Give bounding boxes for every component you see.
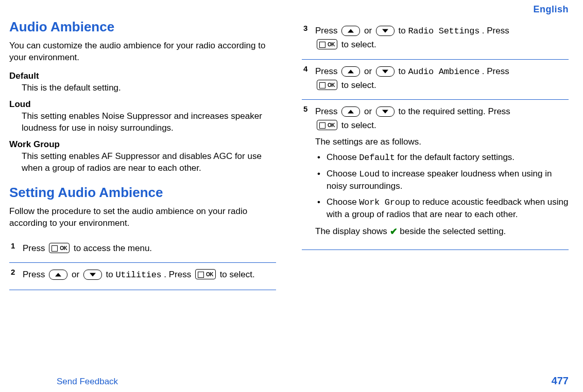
menu-utilities: Utilities (115, 270, 161, 280)
step-5: 5 Press or to the required setting. Pres… (302, 99, 569, 250)
ok-button-icon (49, 243, 70, 253)
mode-workgroup-desc: This setting enables AF Suppressor and d… (22, 151, 276, 174)
step-2-text-tail: to select. (220, 270, 255, 279)
checkmark-icon: ✔ (390, 225, 398, 239)
mode-default-term: Default (9, 71, 276, 81)
audio-ambience-heading: Audio Ambience (9, 19, 276, 35)
step-3-text-or: or (364, 26, 374, 35)
right-column: 3 Press or to Radio Settings . Press to … (302, 19, 569, 290)
mode-workgroup-term: Work Group (9, 139, 276, 150)
step-5-text-tail: to select. (341, 120, 376, 130)
step-1: 1 Press to access the menu. (9, 237, 276, 262)
audio-ambience-intro: You can customize the audio ambience for… (9, 40, 276, 64)
step-5-text-or: or (364, 106, 374, 116)
step-4-text-a: Press (315, 66, 340, 76)
bullet-pre: Choose (327, 152, 359, 162)
two-column-layout: Audio Ambience You can customize the aud… (9, 19, 569, 290)
mode-loud-desc: This setting enables Noise Suppressor an… (22, 111, 276, 134)
step-3-text-to: to (399, 26, 408, 35)
bullet-pre: Choose (327, 197, 359, 207)
mode-default-desc: This is the default setting. (22, 82, 276, 94)
steps-left: 1 Press to access the menu. 2 Press or t… (9, 237, 276, 290)
step-5-text-to: to the required setting. Press (399, 106, 510, 116)
step-number: 5 (303, 103, 307, 115)
bullet-post: for the default factory settings. (395, 152, 515, 162)
settings-bullets: Choose Default for the default factory s… (315, 152, 569, 221)
step-number: 3 (303, 22, 307, 34)
display-pre: The display shows (315, 226, 390, 236)
display-post: beside the selected setting. (398, 226, 506, 236)
step-5-text-a: Press (315, 106, 340, 116)
ok-button-icon (317, 80, 337, 90)
option-work-group: Work Group (359, 198, 410, 207)
step-3-text-p2: . Press (482, 26, 509, 35)
step-1-text-b: to access the menu. (74, 243, 152, 253)
page-footer: Send Feedback 477 (0, 375, 583, 387)
option-loud: Loud (359, 169, 380, 179)
down-arrow-icon (83, 270, 102, 280)
step-number: 2 (11, 266, 15, 278)
ok-button-icon (195, 269, 216, 279)
down-arrow-icon (376, 66, 395, 77)
up-arrow-icon (49, 270, 67, 280)
menu-radio-settings: Radio Settings (408, 26, 479, 36)
setting-audio-ambience-heading: Setting Audio Ambience (9, 185, 276, 201)
settings-lead: The settings are as follows. (315, 135, 569, 149)
send-feedback-link[interactable]: Send Feedback (57, 377, 118, 387)
menu-audio-ambience: Audio Ambience (408, 67, 479, 77)
list-item: Choose Work Group to reduce acoustic fee… (315, 197, 569, 221)
ok-button-icon (317, 39, 337, 49)
up-arrow-icon (341, 66, 360, 77)
step-4-text-p2: . Press (482, 66, 509, 76)
bullet-pre: Choose (327, 169, 359, 179)
step-2: 2 Press or to Utilities . Press to selec… (9, 262, 276, 290)
mode-loud-term: Loud (9, 99, 276, 110)
setting-audio-ambience-intro: Follow the procedure to set the audio am… (9, 206, 276, 229)
down-arrow-icon (376, 106, 395, 117)
modes-definition-list: Default This is the default setting. Lou… (9, 71, 276, 174)
step-4-text-to: to (399, 66, 408, 76)
step-4-text-or: or (364, 66, 374, 76)
step-1-text-a: Press (23, 243, 47, 253)
step-3-text-tail: to select. (341, 40, 376, 49)
ok-button-icon (317, 120, 337, 130)
page-root: English Audio Ambience You can customize… (0, 0, 583, 290)
step-number: 4 (303, 63, 307, 75)
option-default: Default (359, 153, 395, 163)
left-column: Audio Ambience You can customize the aud… (9, 19, 276, 290)
up-arrow-icon (341, 106, 360, 117)
step-2-text-or: or (72, 270, 82, 279)
step-3-text-a: Press (315, 26, 340, 35)
steps-right: 3 Press or to Radio Settings . Press to … (302, 19, 569, 250)
step-2-text-to: to (106, 270, 116, 279)
step-2-text-a: Press (23, 270, 47, 279)
page-number: 477 (552, 375, 569, 387)
step-3: 3 Press or to Radio Settings . Press to … (302, 19, 569, 59)
display-note: The display shows ✔ beside the selected … (315, 225, 569, 239)
step-4-text-tail: to select. (341, 80, 376, 90)
list-item: Choose Default for the default factory s… (315, 152, 569, 164)
step-number: 1 (11, 240, 15, 252)
down-arrow-icon (376, 26, 395, 36)
step-2-text-p2: . Press (164, 270, 194, 279)
up-arrow-icon (341, 26, 360, 36)
language-label: English (9, 4, 569, 15)
list-item: Choose Loud to increase speaker loudness… (315, 168, 569, 192)
step-4: 4 Press or to Audio Ambience . Press to … (302, 59, 569, 100)
